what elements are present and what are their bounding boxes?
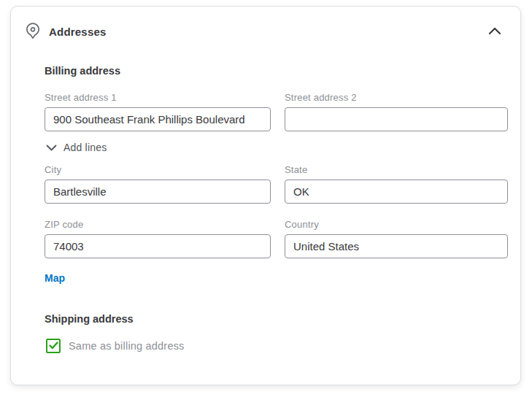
zip-code-input[interactable]	[45, 234, 271, 258]
state-input[interactable]	[285, 180, 508, 204]
location-pin-icon	[24, 22, 42, 41]
state-label: State	[285, 164, 508, 175]
addresses-card-body: Billing address Street address 1 Street …	[11, 65, 520, 353]
same-as-billing-row[interactable]: Same as billing address	[46, 339, 506, 353]
street-address-2-field: Street address 2	[285, 92, 508, 131]
street-address-2-label: Street address 2	[285, 92, 508, 103]
section-title: Addresses	[49, 26, 107, 38]
map-link-row: Map	[45, 271, 506, 285]
same-as-billing-label: Same as billing address	[69, 340, 185, 352]
chevron-up-icon	[488, 26, 501, 37]
billing-address-heading: Billing address	[45, 65, 506, 77]
state-field: State	[285, 164, 508, 204]
street-address-row: Street address 1 Street address 2	[45, 92, 506, 131]
country-label: Country	[285, 219, 508, 230]
shipping-address-heading: Shipping address	[45, 313, 506, 325]
zip-country-row: ZIP code Country	[45, 219, 506, 258]
street-address-1-label: Street address 1	[45, 92, 271, 103]
add-lines-toggle[interactable]: Add lines	[46, 142, 107, 153]
city-label: City	[45, 164, 271, 175]
map-link[interactable]: Map	[45, 272, 65, 284]
street-address-1-input[interactable]	[45, 107, 271, 131]
country-input[interactable]	[285, 234, 508, 258]
city-input[interactable]	[45, 180, 271, 204]
checkmark-icon	[49, 339, 58, 352]
collapse-section-button[interactable]	[485, 22, 504, 41]
city-field: City	[45, 164, 271, 204]
same-as-billing-checkbox[interactable]	[46, 339, 61, 353]
add-lines-label: Add lines	[63, 142, 107, 153]
addresses-card: Addresses Billing address Street address…	[10, 6, 521, 385]
street-address-1-field: Street address 1	[45, 92, 271, 131]
zip-code-field: ZIP code	[45, 219, 271, 258]
zip-code-label: ZIP code	[45, 219, 271, 230]
addresses-card-header: Addresses	[11, 7, 520, 41]
chevron-down-icon	[46, 142, 57, 153]
city-state-row: City State	[45, 164, 506, 204]
street-address-2-input[interactable]	[285, 107, 508, 131]
country-field: Country	[285, 219, 508, 258]
